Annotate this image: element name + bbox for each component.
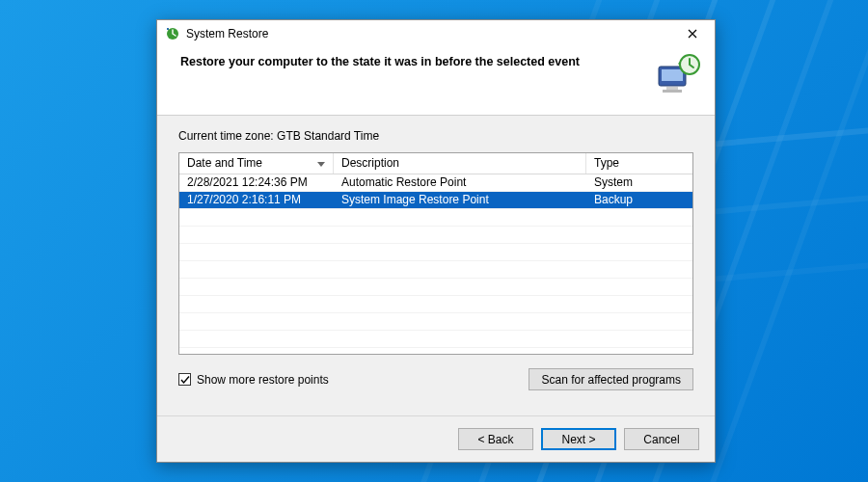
cell-type: System: [586, 174, 692, 191]
header-heading: Restore your computer to the state it wa…: [180, 53, 645, 68]
table-row: [179, 227, 692, 244]
close-button[interactable]: [678, 24, 707, 43]
table-footer-controls: Show more restore points Scan for affect…: [178, 368, 693, 390]
table-row: [179, 261, 692, 279]
wizard-header: Restore your computer to the state it wa…: [157, 45, 715, 115]
table-header: Date and Time Description Type: [179, 153, 692, 174]
table-body: 2/28/2021 12:24:36 PM Automatic Restore …: [179, 174, 692, 354]
cell-date: 1/27/2020 2:16:11 PM: [179, 192, 334, 208]
window-title: System Restore: [186, 27, 268, 40]
table-row: [179, 331, 692, 348]
next-button[interactable]: Next >: [541, 428, 616, 450]
cell-desc: Automatic Restore Point: [334, 174, 586, 191]
col-date[interactable]: Date and Time: [179, 153, 334, 174]
col-description[interactable]: Description: [334, 153, 586, 174]
table-row: [179, 279, 692, 296]
scan-affected-button[interactable]: Scan for affected programs: [529, 368, 693, 390]
svg-rect-3: [666, 87, 678, 90]
show-more-checkbox[interactable]: Show more restore points: [178, 373, 329, 387]
wizard-footer: < Back Next > Cancel: [157, 415, 715, 462]
show-more-label: Show more restore points: [197, 373, 329, 387]
svg-rect-4: [663, 90, 682, 93]
table-row: [179, 209, 692, 227]
wizard-body: Current time zone: GTB Standard Time Dat…: [157, 116, 715, 415]
back-button[interactable]: < Back: [458, 428, 533, 450]
cell-desc: System Image Restore Point: [334, 192, 586, 208]
table-row: [179, 244, 692, 261]
cell-type: Backup: [586, 192, 692, 208]
cell-date: 2/28/2021 12:24:36 PM: [179, 174, 334, 191]
table-row[interactable]: 1/27/2020 2:16:11 PM System Image Restor…: [179, 192, 692, 209]
close-icon: [688, 29, 697, 39]
svg-rect-2: [662, 69, 683, 81]
table-row: [179, 296, 692, 313]
timezone-label: Current time zone: GTB Standard Time: [178, 129, 693, 143]
system-restore-dialog: System Restore Restore your computer to …: [156, 19, 716, 463]
titlebar: System Restore: [157, 20, 715, 45]
restore-icon: [165, 26, 180, 41]
cancel-button[interactable]: Cancel: [624, 428, 699, 450]
checkbox-icon: [178, 373, 191, 386]
restore-points-table: Date and Time Description Type 2/28/2021…: [178, 152, 693, 355]
col-type[interactable]: Type: [586, 153, 692, 174]
table-row[interactable]: 2/28/2021 12:24:36 PM Automatic Restore …: [179, 174, 692, 192]
restore-hero-icon: [655, 53, 701, 97]
table-row: [179, 313, 692, 331]
